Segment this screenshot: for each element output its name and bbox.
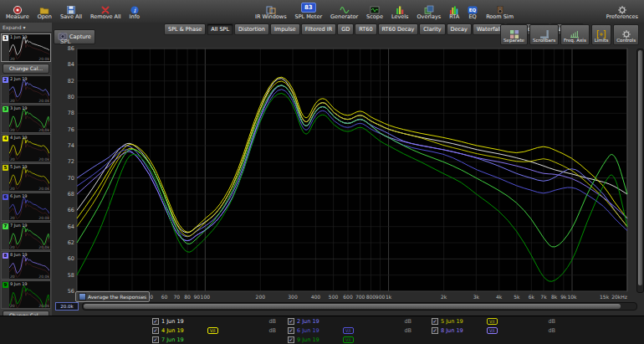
legend-checkbox[interactable]: ✓ <box>432 318 438 325</box>
measurement-thumb-4[interactable]: 44 Jun 192020.0k <box>1 134 51 162</box>
ir-windows-button[interactable]: IR Windows <box>251 0 291 23</box>
rta-button[interactable]: RTA <box>445 0 463 23</box>
measurement-thumb-5[interactable]: 55 Jun 192020.0k <box>1 163 51 192</box>
vscroll-thumb[interactable] <box>638 50 642 285</box>
svg-text:80: 80 <box>184 294 191 300</box>
open-button[interactable]: Open <box>33 0 56 23</box>
measurement-number-badge: 2 <box>3 77 8 83</box>
svg-text:600: 600 <box>343 294 353 300</box>
measurement-number-badge: 6 <box>3 194 8 200</box>
generator-button[interactable]: Generator <box>326 0 362 23</box>
thumb-range-end: 20.0k <box>38 128 49 132</box>
toolbar-right-group: IR Windows83SPL MeterGeneratorScopeLevel… <box>251 0 518 23</box>
thumb-range-end: 20.0k <box>38 245 49 249</box>
hscroll-thumb[interactable] <box>84 304 621 309</box>
thumb-range-start: 20 <box>10 187 15 191</box>
measurement-thumb-8[interactable]: 88 Jun 192020.0k <box>1 251 51 280</box>
remove-all-button[interactable]: Remove All <box>86 0 125 23</box>
measurement-name: 6 Jun 19 <box>10 193 28 198</box>
svg-text:84: 84 <box>68 61 74 68</box>
change-cal-button[interactable]: Change Cal... <box>3 64 49 74</box>
vertical-scrollbar[interactable] <box>636 49 644 293</box>
measurement-thumb-7[interactable]: 77 Jun 192020.0k <box>1 222 51 250</box>
measurement-name: 1 Jun 19 <box>10 34 28 39</box>
eq-button[interactable]: EQEQ <box>463 0 482 23</box>
average-responses-button[interactable]: Average the Responses <box>75 291 150 302</box>
save-all-button[interactable]: Save All <box>56 0 86 23</box>
svg-text:3k: 3k <box>473 294 480 300</box>
spl-reading-badge: 83 <box>301 3 316 13</box>
vi-button[interactable]: V/i <box>343 336 354 343</box>
vi-button[interactable]: V/i <box>487 327 498 334</box>
spl-meter-button[interactable]: 83SPL Meter <box>291 0 327 23</box>
spl-meter-label: SPL Meter <box>295 13 323 20</box>
svg-text:80: 80 <box>68 94 74 100</box>
legend-checkbox[interactable]: ✓ <box>288 327 294 334</box>
thumb-range-start: 20 <box>10 57 15 61</box>
measurement-sparkline: 3 Jun 192020.0k <box>9 105 50 132</box>
svg-text:7k: 7k <box>540 294 547 300</box>
measurement-number-column: 2 <box>2 76 9 103</box>
overlays-button[interactable]: Overlays <box>412 0 445 23</box>
levels-label: Levels <box>391 13 409 20</box>
svg-text:700: 700 <box>355 294 365 300</box>
legend-checkbox[interactable]: ✓ <box>152 327 159 334</box>
horizontal-scrollbar[interactable] <box>82 302 637 311</box>
rta-icon <box>449 3 459 13</box>
measurement-number-column: 9 <box>2 281 9 308</box>
measurement-thumb-1[interactable]: 11 Jun 192020.0k <box>1 33 51 62</box>
legend-entry-9-jun-19: ✓9 Jun 19V/i <box>288 336 411 343</box>
measure-button[interactable]: Measure <box>2 0 33 23</box>
room-sim-icon <box>495 3 505 13</box>
measurement-thumb-3[interactable]: 33 Jun 192020.0k <box>1 105 51 133</box>
main-toolbar: MeasureOpenSave AllRemove AlliInfo IR Wi… <box>0 0 644 23</box>
scope-button[interactable]: Scope <box>362 0 387 23</box>
preferences-label: Preferences <box>606 13 638 20</box>
axis-value-box[interactable]: 20.0k <box>55 302 79 311</box>
vi-button[interactable]: V/i <box>343 327 354 334</box>
vi-button[interactable]: V/i <box>207 327 218 334</box>
thumb-range-start: 20 <box>10 304 15 308</box>
rew-window: MeasureOpenSave AllRemove AlliInfo IR Wi… <box>0 0 644 344</box>
info-button[interactable]: iInfo <box>125 0 144 23</box>
svg-text:82: 82 <box>68 78 74 85</box>
thumb-range-start: 20 <box>10 99 15 103</box>
measurement-sparkline: 1 Jun 192020.0k <box>9 34 50 61</box>
legend-name: 9 Jun 19 <box>297 336 340 343</box>
db-label: dB <box>548 327 555 334</box>
svg-text:10k: 10k <box>567 294 577 300</box>
vi-button[interactable]: V/i <box>487 318 498 325</box>
measurement-sparkline: 9 Jun 192020.0k <box>9 281 50 308</box>
svg-text:60: 60 <box>161 294 168 300</box>
levels-button[interactable]: Levels <box>387 0 413 23</box>
measurement-name: 2 Jun 19 <box>10 76 28 81</box>
room-sim-button[interactable]: Room Sim <box>482 0 518 23</box>
legend-checkbox[interactable]: ✓ <box>288 318 294 325</box>
measurement-thumb-9[interactable]: 99 Jun 192020.0k <box>1 280 51 309</box>
svg-text:56: 56 <box>68 288 74 295</box>
expand-label: Expand <box>3 24 21 30</box>
legend-name: 7 Jun 19 <box>161 336 205 343</box>
spl-chart[interactable]: 5658606264666870727476788082848630405060… <box>55 33 632 303</box>
legend-checkbox[interactable]: ✓ <box>152 318 159 325</box>
measurements-sidebar: Expand ▾ 11 Jun 192020.0kChange Cal...22… <box>0 23 53 316</box>
rta-label: RTA <box>449 13 459 20</box>
overlays-icon <box>424 3 434 13</box>
thumb-range-end: 20.0k <box>38 57 49 61</box>
measurement-number-column: 8 <box>2 252 9 279</box>
svg-text:400: 400 <box>311 294 321 300</box>
legend-checkbox[interactable]: ✓ <box>152 336 159 343</box>
legend-checkbox[interactable]: ✓ <box>432 327 438 334</box>
room-sim-label: Room Sim <box>486 13 514 20</box>
svg-text:76: 76 <box>68 126 74 133</box>
expand-control[interactable]: Expand ▾ <box>0 23 52 33</box>
ir-windows-label: IR Windows <box>255 13 287 20</box>
preferences-button[interactable]: Preferences <box>602 0 642 23</box>
svg-text:58: 58 <box>68 272 74 279</box>
measurement-thumb-6[interactable]: 66 Jun 192020.0k <box>1 193 51 221</box>
measurement-sparkline: 6 Jun 192020.0k <box>9 193 50 220</box>
legend-checkbox[interactable]: ✓ <box>288 336 294 343</box>
measurement-name: 9 Jun 19 <box>10 281 28 286</box>
thumb-range-start: 20 <box>10 275 15 279</box>
measurement-thumb-2[interactable]: 22 Jun 192020.0k <box>1 75 51 104</box>
